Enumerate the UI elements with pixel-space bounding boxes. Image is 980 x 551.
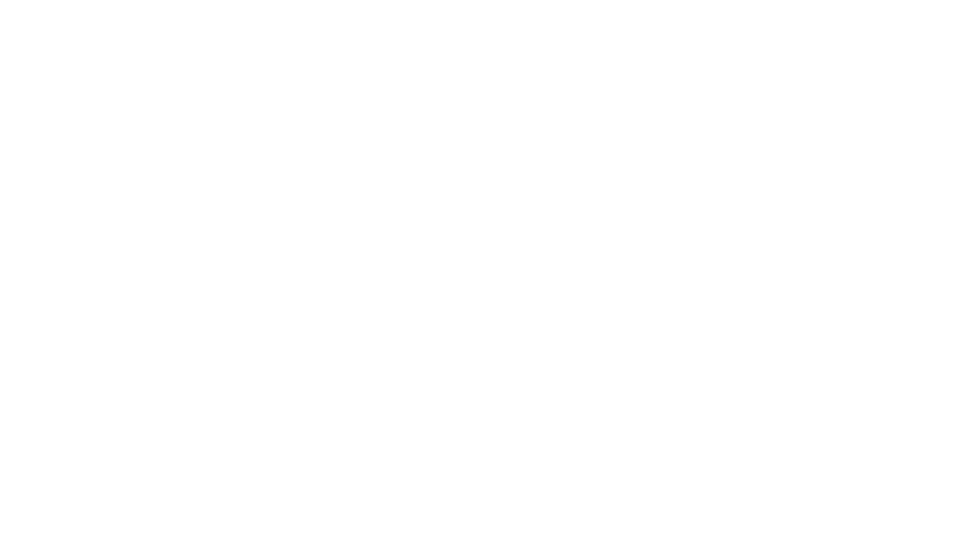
diagram-container bbox=[0, 0, 980, 551]
arrows-svg bbox=[0, 0, 980, 551]
